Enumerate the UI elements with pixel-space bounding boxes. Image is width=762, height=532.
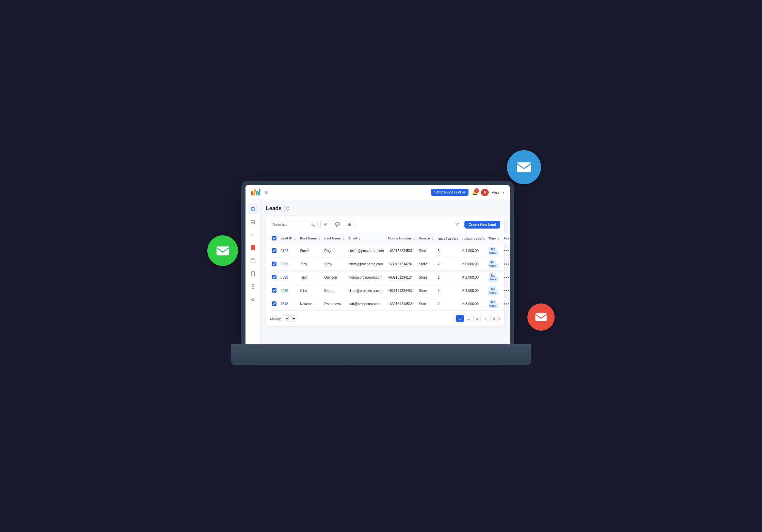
delete-toolbar-button[interactable]: 🗑 bbox=[345, 220, 354, 229]
row-checkbox-cell bbox=[270, 244, 279, 257]
cell-lead-id-0: 0123 bbox=[279, 244, 298, 257]
row-checkbox-2[interactable] bbox=[272, 275, 276, 279]
table-row: 0123 Steve Rogers stever@prosperna.com +… bbox=[270, 244, 510, 257]
cell-mobile-0: +639161234567 bbox=[386, 244, 417, 257]
row-checkbox-cell bbox=[270, 284, 279, 297]
main-layout: ⊞ ▤ ☺ bbox=[245, 200, 510, 344]
lead-id-link-3[interactable]: 0420 bbox=[281, 289, 288, 293]
cell-lead-id-4: 1648 bbox=[279, 297, 298, 311]
help-icon[interactable]: ? bbox=[284, 206, 289, 211]
cell-amount-3: ₱ 3,000.00 bbox=[460, 284, 487, 297]
cell-action-1: ••• bbox=[502, 257, 510, 271]
header-checkbox-cell bbox=[270, 233, 279, 244]
cell-amount-0: ₱ 4,000.00 bbox=[460, 244, 487, 257]
sidebar-item-products[interactable] bbox=[248, 242, 258, 253]
cell-lead-id-3: 0420 bbox=[279, 284, 298, 297]
page-3-button[interactable]: 3 bbox=[473, 315, 481, 322]
filter-button[interactable]: ▽ bbox=[452, 220, 462, 229]
cell-orders-2: 1 bbox=[435, 271, 460, 284]
cell-action-0: ••• bbox=[502, 244, 510, 257]
sidebar-item-settings[interactable]: ⚙ bbox=[248, 294, 258, 305]
lead-id-link-2[interactable]: 0329 bbox=[281, 276, 288, 279]
page-5-button[interactable]: 5 bbox=[490, 315, 498, 322]
sidebar-item-calendar[interactable] bbox=[248, 255, 258, 266]
app-container: ≡ Setup Guide (1 of 6) 🔔 11 A Alex bbox=[245, 185, 510, 344]
lead-id-link-1[interactable]: 0315 bbox=[281, 262, 288, 266]
search-input[interactable] bbox=[273, 223, 309, 226]
search-box[interactable]: 🔍 bbox=[270, 221, 318, 228]
sidebar-item-contacts[interactable]: ☺ bbox=[248, 229, 258, 240]
laptop-frame: ≡ Setup Guide (1 of 6) 🔔 11 A Alex bbox=[228, 160, 534, 372]
laptop-base bbox=[231, 344, 531, 365]
display-select[interactable]: All 10 25 50 bbox=[283, 315, 297, 322]
cell-source-4: Store bbox=[417, 297, 436, 311]
cell-amount-4: ₱ 8,000.00 bbox=[460, 297, 487, 311]
tag-badge-0[interactable]: Tag Name bbox=[489, 247, 498, 255]
cell-tags-1: Tag Name bbox=[487, 257, 502, 271]
user-menu-chevron-icon[interactable]: ▾ bbox=[503, 191, 504, 194]
action-menu-1[interactable]: ••• bbox=[504, 262, 509, 267]
setup-guide-button[interactable]: Setup Guide (1 of 6) bbox=[431, 189, 469, 196]
tag-badge-3[interactable]: Tag Name bbox=[489, 286, 498, 295]
top-bar-left: ≡ bbox=[251, 188, 268, 197]
display-row: Display: All 10 25 50 bbox=[270, 315, 297, 322]
cell-last-1: Stark bbox=[322, 257, 347, 271]
page-1-button[interactable]: 1 bbox=[456, 315, 464, 322]
action-menu-3[interactable]: ••• bbox=[504, 288, 509, 293]
sidebar-item-monitor[interactable]: ▤ bbox=[248, 216, 258, 227]
cell-first-3: Clint bbox=[298, 284, 322, 297]
col-mobile: Mobile Number ▲▼ bbox=[386, 233, 417, 244]
user-name: Alex bbox=[492, 190, 499, 194]
row-checkbox-0[interactable] bbox=[272, 248, 276, 253]
cell-last-3: Barton bbox=[322, 284, 347, 297]
sidebar-item-lists[interactable] bbox=[248, 281, 258, 292]
create-new-lead-button[interactable]: Create New Lead bbox=[464, 221, 500, 229]
mail-envelope-green-icon bbox=[215, 243, 231, 259]
tag-badge-1[interactable]: Tag Name bbox=[489, 260, 498, 268]
cell-tags-3: Tag Name bbox=[487, 284, 502, 297]
message-toolbar-button[interactable]: 💬 bbox=[333, 220, 342, 229]
cell-source-1: Store bbox=[417, 257, 436, 271]
col-orders: No. of Orders bbox=[435, 233, 460, 244]
table-row: 0329 Thor Odinson thoro@prosperna.com +6… bbox=[270, 271, 510, 284]
cell-first-2: Thor bbox=[298, 271, 322, 284]
cell-mobile-4: +639161234568 bbox=[386, 297, 417, 311]
cell-lead-id-2: 0329 bbox=[279, 271, 298, 284]
search-icon: 🔍 bbox=[311, 223, 315, 226]
row-checkbox-3[interactable] bbox=[272, 288, 276, 293]
cell-amount-2: ₱ 2,000.00 bbox=[460, 271, 487, 284]
action-menu-2[interactable]: ••• bbox=[504, 275, 509, 280]
tag-badge-4[interactable]: Tag Name bbox=[489, 300, 498, 308]
row-checkbox-4[interactable] bbox=[272, 301, 276, 306]
email-toolbar-button[interactable]: ✉ bbox=[320, 220, 330, 229]
action-menu-4[interactable]: ••• bbox=[504, 301, 509, 307]
cell-orders-0: 5 bbox=[435, 244, 460, 257]
prev-page-button[interactable]: ‹ bbox=[454, 316, 456, 320]
next-page-button[interactable]: › bbox=[499, 316, 500, 320]
page-2-button[interactable]: 2 bbox=[465, 315, 472, 322]
lead-id-link-4[interactable]: 1648 bbox=[281, 302, 288, 306]
hamburger-menu-icon[interactable]: ≡ bbox=[265, 189, 268, 195]
cell-email-0: stever@prosperna.com bbox=[346, 244, 386, 257]
action-menu-0[interactable]: ••• bbox=[504, 248, 509, 253]
notification-button[interactable]: 🔔 11 bbox=[472, 190, 478, 195]
top-bar-right: Setup Guide (1 of 6) 🔔 11 A Alex ▾ bbox=[431, 189, 504, 196]
lead-id-link-0[interactable]: 0123 bbox=[281, 249, 288, 253]
cell-orders-3: 2 bbox=[435, 284, 460, 297]
row-checkbox-1[interactable] bbox=[272, 262, 276, 266]
page-4-button[interactable]: 4 bbox=[482, 315, 489, 322]
cell-lead-id-1: 0315 bbox=[279, 257, 298, 271]
mail-envelope-red-icon bbox=[534, 310, 548, 324]
sidebar-item-dashboard[interactable]: ⊞ bbox=[248, 203, 258, 214]
col-amount: Amount Spent bbox=[460, 233, 487, 244]
row-checkbox-cell bbox=[270, 297, 279, 311]
tag-badge-2[interactable]: Tag Name bbox=[489, 273, 498, 282]
page-title: Leads bbox=[266, 205, 282, 212]
cell-first-0: Steve bbox=[298, 244, 322, 257]
cell-action-4: ••• bbox=[502, 297, 510, 311]
row-checkbox-cell bbox=[270, 271, 279, 284]
notification-badge: 11 bbox=[474, 188, 479, 193]
sidebar-item-bookmarks[interactable] bbox=[248, 268, 258, 279]
select-all-checkbox[interactable] bbox=[272, 236, 276, 240]
sidebar: ⊞ ▤ ☺ bbox=[245, 200, 260, 344]
